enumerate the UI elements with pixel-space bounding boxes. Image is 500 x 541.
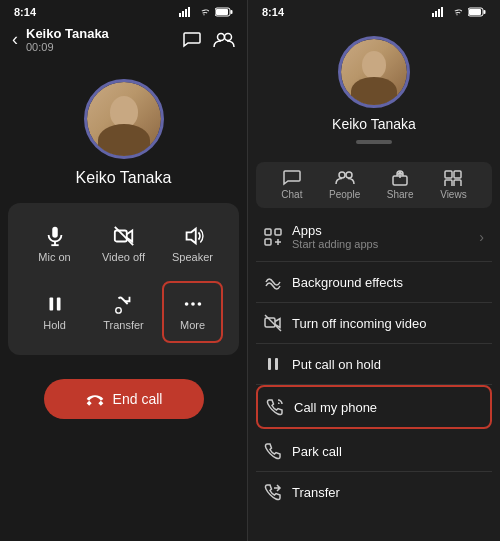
transfer-button[interactable]: Transfer: [93, 281, 154, 343]
hold-menu-icon: [264, 355, 292, 373]
apps-arrow-icon: ›: [479, 229, 484, 245]
hold-button[interactable]: Hold: [24, 281, 85, 343]
avatar-face-left: [87, 82, 161, 156]
end-call-icon: [85, 392, 105, 406]
avatar-section-right: Keiko Tanaka: [248, 22, 500, 154]
svg-marker-14: [186, 229, 195, 244]
transfer-content: Transfer: [292, 485, 484, 500]
svg-rect-40: [275, 358, 278, 370]
svg-point-17: [184, 302, 188, 306]
menu-item-park[interactable]: Park call: [256, 431, 492, 472]
video-off-icon: [113, 225, 135, 247]
mic-button[interactable]: Mic on: [24, 215, 85, 273]
menu-item-call-phone[interactable]: Call my phone: [256, 385, 492, 429]
bg-content: Background effects: [292, 275, 484, 290]
mic-icon: [44, 225, 66, 247]
status-icons-left: [179, 7, 233, 17]
hold-icon: [44, 293, 66, 315]
left-phone: 8:14 ‹ Keiko Tanaka 00:09: [0, 0, 248, 541]
chat-header-icon[interactable]: [183, 32, 201, 48]
menu-item-transfer[interactable]: Transfer: [256, 472, 492, 512]
signal-icon-right: [432, 7, 446, 17]
call-phone-title: Call my phone: [294, 400, 482, 415]
back-arrow-icon[interactable]: ‹: [12, 29, 18, 50]
caller-name-left: Keiko Tanaka: [26, 26, 183, 41]
transfer-title: Transfer: [292, 485, 484, 500]
svg-rect-9: [52, 227, 58, 238]
video-label: Video off: [102, 251, 145, 263]
svg-rect-39: [268, 358, 271, 370]
svg-rect-26: [469, 9, 481, 15]
views-tab-icon: [444, 170, 462, 186]
svg-point-18: [191, 302, 195, 306]
wifi-icon-right: [450, 7, 464, 17]
svg-point-19: [197, 302, 201, 306]
tab-views[interactable]: Views: [440, 170, 467, 200]
controls-grid: Mic on Video off Speaker: [8, 203, 239, 355]
menu-list: Apps Start adding apps › Background effe…: [248, 212, 500, 512]
avatar-name-left: Keiko Tanaka: [76, 169, 172, 187]
tab-chat[interactable]: Chat: [281, 170, 302, 200]
battery-icon: [215, 7, 233, 17]
tab-share[interactable]: Share: [387, 170, 414, 200]
svg-rect-21: [435, 11, 437, 17]
people-tab-icon: [335, 170, 355, 186]
svg-rect-31: [454, 171, 461, 178]
svg-rect-35: [275, 229, 281, 235]
hold-content: Put call on hold: [292, 357, 484, 372]
park-call-icon: [264, 442, 292, 460]
status-bar-left: 8:14: [0, 0, 247, 22]
svg-rect-5: [231, 10, 233, 14]
menu-item-bg[interactable]: Background effects: [256, 262, 492, 303]
svg-rect-36: [265, 239, 271, 245]
video-off-title: Turn off incoming video: [292, 316, 484, 331]
speaker-button[interactable]: Speaker: [162, 215, 223, 273]
avatar-section-left: Keiko Tanaka: [0, 59, 247, 203]
avatar-ring-right: [338, 36, 410, 108]
battery-icon-right: [468, 7, 486, 17]
transfer-icon: [113, 293, 135, 315]
avatar-face-right: [341, 39, 407, 105]
tab-people[interactable]: People: [329, 170, 360, 200]
end-call-button[interactable]: End call: [44, 379, 204, 419]
svg-rect-34: [265, 229, 271, 235]
svg-rect-25: [484, 10, 486, 14]
header-icons: [183, 32, 235, 48]
video-button[interactable]: Video off: [93, 215, 154, 273]
park-title: Park call: [292, 444, 484, 459]
time-right: 8:14: [262, 6, 284, 18]
hold-title: Put call on hold: [292, 357, 484, 372]
avatar-ring-left: [84, 79, 164, 159]
svg-rect-2: [185, 9, 187, 17]
svg-point-8: [225, 33, 232, 40]
svg-point-28: [346, 172, 352, 178]
drag-handle: [356, 140, 392, 144]
svg-point-27: [339, 172, 345, 178]
time-left: 8:14: [14, 6, 36, 18]
call-phone-icon: [266, 398, 294, 416]
svg-rect-15: [49, 298, 53, 311]
svg-line-13: [114, 227, 132, 245]
caller-info: Keiko Tanaka 00:09: [26, 26, 183, 53]
menu-item-hold[interactable]: Put call on hold: [256, 344, 492, 385]
tab-views-label: Views: [440, 189, 467, 200]
svg-rect-30: [445, 171, 452, 178]
mic-label: Mic on: [38, 251, 70, 263]
speaker-icon: [182, 225, 204, 247]
more-button[interactable]: More: [162, 281, 223, 343]
people-header-icon[interactable]: [213, 32, 235, 48]
chat-tab-icon: [283, 170, 301, 186]
svg-rect-20: [432, 13, 434, 17]
apps-icon: [264, 228, 292, 246]
call-header: ‹ Keiko Tanaka 00:09: [0, 22, 247, 59]
signal-icon: [179, 7, 193, 17]
svg-rect-32: [445, 180, 452, 186]
bg-effects-icon: [264, 273, 292, 291]
video-off-content: Turn off incoming video: [292, 316, 484, 331]
bg-title: Background effects: [292, 275, 484, 290]
quick-tabs: Chat People Share: [256, 162, 492, 208]
menu-item-apps[interactable]: Apps Start adding apps ›: [256, 212, 492, 262]
menu-item-video-off[interactable]: Turn off incoming video: [256, 303, 492, 344]
speaker-label: Speaker: [172, 251, 213, 263]
call-phone-content: Call my phone: [294, 400, 482, 415]
